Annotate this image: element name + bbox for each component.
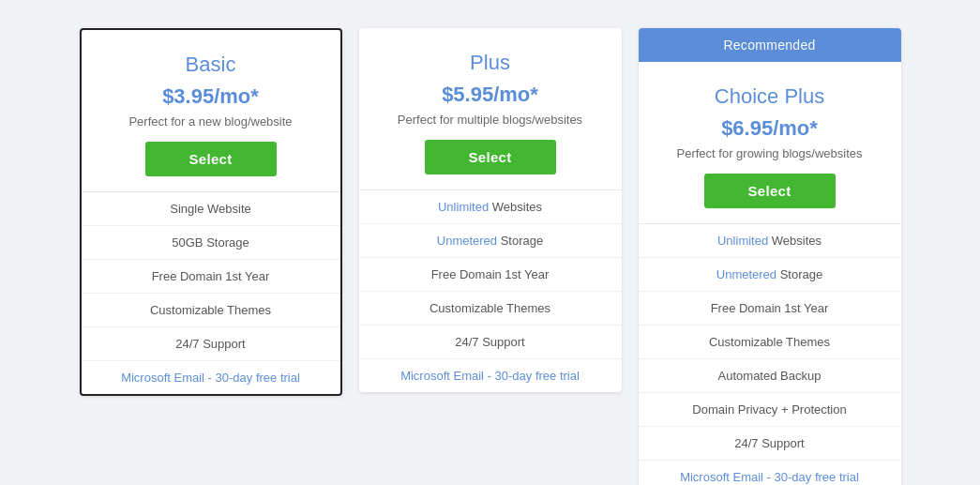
feature-cp-2: Unmetered Storage: [639, 258, 901, 292]
plan-header-basic: Basic $3.95/mo* Perfect for a new blog/w…: [82, 30, 340, 192]
plan-desc-basic: Perfect for a new blog/website: [100, 114, 322, 129]
plan-desc-choice-plus: Perfect for growing blogs/websites: [657, 146, 882, 160]
feature-cp-7: 24/7 Support: [639, 427, 901, 461]
feature-basic-2: 50GB Storage: [82, 226, 340, 260]
plan-card-choice-plus: Recommended Choice Plus $6.95/mo* Perfec…: [639, 28, 901, 485]
plan-price-plus: $5.95/mo*: [378, 83, 603, 107]
plan-features-basic: Single Website 50GB Storage Free Domain …: [82, 192, 340, 394]
feature-plus-4: Customizable Themes: [359, 292, 622, 326]
plan-card-plus: Plus $5.95/mo* Perfect for multiple blog…: [359, 28, 622, 392]
plan-header-plus: Plus $5.95/mo* Perfect for multiple blog…: [359, 28, 622, 190]
select-button-plus[interactable]: Select: [425, 140, 556, 174]
select-button-choice-plus[interactable]: Select: [704, 174, 836, 208]
plan-price-choice-plus: $6.95/mo*: [657, 116, 882, 141]
plan-desc-plus: Perfect for multiple blogs/websites: [378, 113, 603, 127]
feature-plus-3: Free Domain 1st Year: [359, 258, 622, 292]
feature-basic-4: Customizable Themes: [82, 294, 340, 327]
feature-cp-5: Automated Backup: [639, 359, 901, 393]
feature-basic-5: 24/7 Support: [82, 327, 340, 361]
feature-cp-1: Unlimited Websites: [639, 224, 901, 258]
feature-cp-4: Customizable Themes: [639, 326, 901, 359]
feature-plus-6: Microsoft Email - 30-day free trial: [359, 359, 622, 392]
feature-basic-6: Microsoft Email - 30-day free trial: [82, 361, 340, 394]
pricing-wrapper: Basic $3.95/mo* Perfect for a new blog/w…: [0, 0, 980, 485]
feature-plus-5: 24/7 Support: [359, 326, 622, 359]
plan-card-basic: Basic $3.95/mo* Perfect for a new blog/w…: [80, 28, 342, 396]
recommended-banner: Recommended: [639, 28, 901, 62]
select-button-basic[interactable]: Select: [145, 142, 277, 176]
plan-header-choice-plus: Choice Plus $6.95/mo* Perfect for growin…: [639, 62, 901, 224]
plan-name-basic: Basic: [100, 53, 322, 77]
feature-plus-1: Unlimited Websites: [359, 190, 622, 224]
plan-name-choice-plus: Choice Plus: [657, 84, 882, 109]
plan-name-plus: Plus: [378, 51, 603, 75]
feature-cp-6: Domain Privacy + Protection: [639, 393, 901, 427]
feature-plus-2: Unmetered Storage: [359, 224, 622, 258]
feature-cp-8: Microsoft Email - 30-day free trial: [639, 461, 901, 485]
plan-features-plus: Unlimited Websites Unmetered Storage Fre…: [359, 190, 622, 392]
plan-price-basic: $3.95/mo*: [100, 84, 322, 109]
feature-cp-3: Free Domain 1st Year: [639, 292, 901, 326]
feature-basic-1: Single Website: [82, 192, 340, 226]
feature-basic-3: Free Domain 1st Year: [82, 260, 340, 294]
plan-features-choice-plus: Unlimited Websites Unmetered Storage Fre…: [639, 224, 901, 485]
